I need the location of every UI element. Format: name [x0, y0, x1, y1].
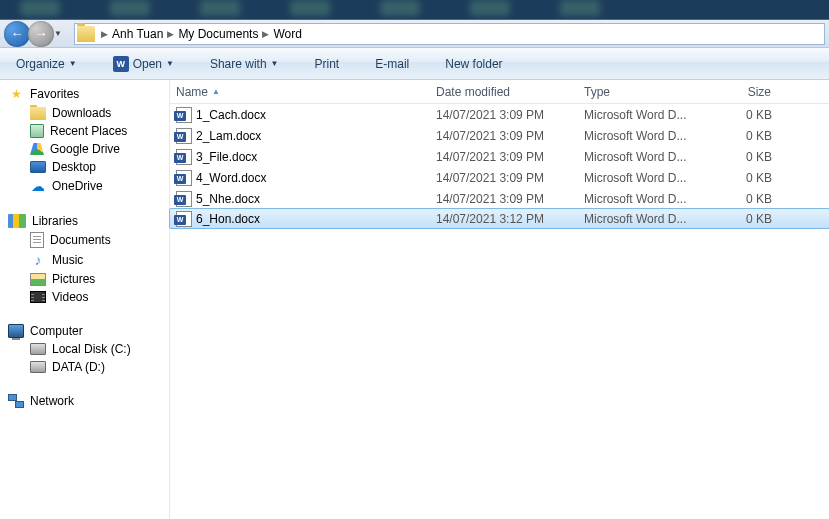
open-button[interactable]: WOpen▼	[105, 52, 182, 76]
file-date: 14/07/2021 3:09 PM	[430, 108, 578, 122]
desktop-icon	[30, 161, 46, 173]
sort-ascending-icon: ▲	[212, 87, 220, 96]
sidebar-item-network[interactable]: Network	[0, 392, 169, 410]
sidebar-item-computer[interactable]: Computer	[0, 322, 169, 340]
file-row[interactable]: 5_Nhe.docx14/07/2021 3:09 PMMicrosoft Wo…	[170, 188, 829, 209]
onedrive-icon: ☁	[30, 178, 46, 194]
file-row[interactable]: 1_Cach.docx14/07/2021 3:09 PMMicrosoft W…	[170, 104, 829, 125]
file-size: 0 KB	[698, 108, 778, 122]
chevron-down-icon: ▼	[271, 59, 279, 68]
file-name: 6_Hon.docx	[196, 212, 260, 226]
sidebar-item-data-d[interactable]: DATA (D:)	[0, 358, 169, 376]
file-size: 0 KB	[698, 150, 778, 164]
file-size: 0 KB	[698, 192, 778, 206]
address-bar: ← → ▼ ▶ Anh Tuan ▶ My Documents ▶ Word	[0, 20, 829, 48]
breadcrumb[interactable]: ▶ Anh Tuan ▶ My Documents ▶ Word	[74, 23, 825, 45]
file-name: 2_Lam.docx	[196, 129, 261, 143]
file-date: 14/07/2021 3:09 PM	[430, 150, 578, 164]
star-icon: ★	[8, 86, 24, 102]
computer-icon	[8, 324, 24, 338]
music-icon: ♪	[30, 252, 46, 268]
file-size: 0 KB	[698, 129, 778, 143]
breadcrumb-seg-3[interactable]: Word	[273, 27, 301, 41]
sidebar-item-local-disk-c[interactable]: Local Disk (C:)	[0, 340, 169, 358]
nav-forward-button[interactable]: →	[28, 21, 54, 47]
libraries-icon	[8, 214, 26, 228]
google-drive-icon	[30, 143, 44, 155]
column-size[interactable]: Size	[698, 80, 778, 103]
column-type[interactable]: Type	[578, 80, 698, 103]
file-date: 14/07/2021 3:09 PM	[430, 192, 578, 206]
file-name: 1_Cach.docx	[196, 108, 266, 122]
chevron-right-icon: ▶	[101, 29, 108, 39]
word-icon: W	[113, 56, 129, 72]
file-row[interactable]: 2_Lam.docx14/07/2021 3:09 PMMicrosoft Wo…	[170, 125, 829, 146]
file-type: Microsoft Word D...	[578, 212, 698, 226]
docx-icon	[176, 107, 192, 123]
sidebar-item-libraries[interactable]: Libraries	[0, 212, 169, 230]
sidebar-item-downloads[interactable]: Downloads	[0, 104, 169, 122]
file-row[interactable]: 3_File.docx14/07/2021 3:09 PMMicrosoft W…	[170, 146, 829, 167]
file-date: 14/07/2021 3:09 PM	[430, 129, 578, 143]
explorer-window: ← → ▼ ▶ Anh Tuan ▶ My Documents ▶ Word O…	[0, 19, 829, 519]
file-size: 0 KB	[698, 212, 778, 226]
pictures-icon	[30, 273, 46, 286]
column-date-modified[interactable]: Date modified	[430, 80, 578, 103]
file-pane: Name▲ Date modified Type Size 1_Cach.doc…	[170, 80, 829, 519]
chevron-right-icon: ▶	[262, 29, 269, 39]
file-row[interactable]: 6_Hon.docx14/07/2021 3:12 PMMicrosoft Wo…	[169, 208, 829, 229]
chevron-down-icon: ▼	[69, 59, 77, 68]
email-button[interactable]: E-mail	[367, 53, 417, 75]
file-date: 14/07/2021 3:12 PM	[430, 212, 578, 226]
file-size: 0 KB	[698, 171, 778, 185]
file-type: Microsoft Word D...	[578, 150, 698, 164]
sidebar-item-desktop[interactable]: Desktop	[0, 158, 169, 176]
file-type: Microsoft Word D...	[578, 171, 698, 185]
chevron-down-icon: ▼	[166, 59, 174, 68]
videos-icon	[30, 291, 46, 303]
recent-places-icon	[30, 124, 44, 138]
nav-history-dropdown[interactable]: ▼	[54, 29, 64, 38]
file-type: Microsoft Word D...	[578, 108, 698, 122]
breadcrumb-seg-2[interactable]: My Documents	[178, 27, 258, 41]
sidebar-item-music[interactable]: ♪Music	[0, 250, 169, 270]
column-name[interactable]: Name▲	[170, 80, 430, 103]
file-name: 3_File.docx	[196, 150, 257, 164]
folder-icon	[30, 107, 46, 120]
sidebar-item-google-drive[interactable]: Google Drive	[0, 140, 169, 158]
docx-icon	[176, 128, 192, 144]
file-name: 5_Nhe.docx	[196, 192, 260, 206]
file-row[interactable]: 4_Word.docx14/07/2021 3:09 PMMicrosoft W…	[170, 167, 829, 188]
sidebar-item-pictures[interactable]: Pictures	[0, 270, 169, 288]
arrow-right-icon: →	[35, 26, 48, 41]
breadcrumb-seg-1[interactable]: Anh Tuan	[112, 27, 163, 41]
docx-icon	[176, 149, 192, 165]
sidebar-item-recent-places[interactable]: Recent Places	[0, 122, 169, 140]
sidebar-item-onedrive[interactable]: ☁OneDrive	[0, 176, 169, 196]
document-icon	[30, 232, 44, 248]
file-name: 4_Word.docx	[196, 171, 266, 185]
taskbar-blurred	[0, 0, 829, 19]
disk-icon	[30, 361, 46, 373]
chevron-right-icon: ▶	[167, 29, 174, 39]
docx-icon	[176, 170, 192, 186]
network-icon	[8, 394, 24, 408]
docx-icon	[176, 191, 192, 207]
column-headers: Name▲ Date modified Type Size	[170, 80, 829, 104]
file-type: Microsoft Word D...	[578, 129, 698, 143]
docx-icon	[176, 211, 192, 227]
file-date: 14/07/2021 3:09 PM	[430, 171, 578, 185]
file-list: 1_Cach.docx14/07/2021 3:09 PMMicrosoft W…	[170, 104, 829, 519]
share-with-button[interactable]: Share with▼	[202, 53, 287, 75]
print-button[interactable]: Print	[307, 53, 348, 75]
organize-button[interactable]: Organize▼	[8, 53, 85, 75]
toolbar: Organize▼ WOpen▼ Share with▼ Print E-mai…	[0, 48, 829, 80]
file-type: Microsoft Word D...	[578, 192, 698, 206]
nav-back-button[interactable]: ←	[4, 21, 30, 47]
new-folder-button[interactable]: New folder	[437, 53, 510, 75]
sidebar-item-videos[interactable]: Videos	[0, 288, 169, 306]
sidebar-item-favorites[interactable]: ★Favorites	[0, 84, 169, 104]
sidebar-item-documents[interactable]: Documents	[0, 230, 169, 250]
sidebar: ★Favorites Downloads Recent Places Googl…	[0, 80, 170, 519]
folder-icon	[77, 26, 95, 42]
